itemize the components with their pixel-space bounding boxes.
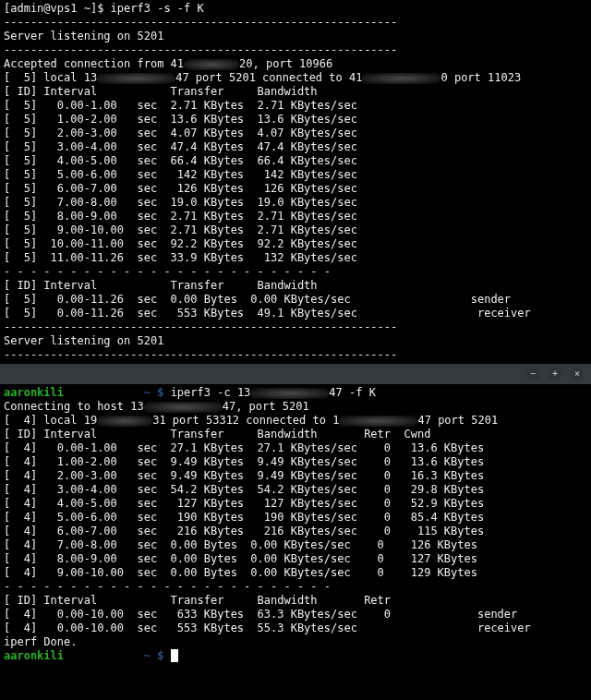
table-row: [ 4] 1.00-2.00 sec 9.49 KBytes 9.49 KByt… bbox=[4, 455, 531, 468]
summary-row: [ 4] 0.00-10.00 sec 553 KBytes 55.3 KByt… bbox=[4, 622, 531, 634]
window-titlebar: − + × bbox=[0, 364, 591, 384]
divider: ----------------------------------------… bbox=[4, 43, 397, 56]
table-header: [ ID] Interval Transfer Bandwidth Retr C… bbox=[4, 428, 430, 441]
client-terminal[interactable]: aaronkili ~ $ iperf3 -c 1347 -f K Connec… bbox=[0, 384, 591, 665]
table-row: [ 4] 4.00-5.00 sec 127 KBytes 127 KBytes… bbox=[4, 497, 531, 510]
table-row: [ 5] 11.00-11.26 sec 33.9 KBytes 132 KBy… bbox=[4, 251, 477, 264]
summary-row: [ 5] 0.00-11.26 sec 553 KBytes 49.1 KByt… bbox=[4, 307, 531, 320]
redacted-ip bbox=[144, 402, 223, 413]
divider: ----------------------------------------… bbox=[4, 320, 397, 333]
accepted-line: Accepted connection from 4120, port 1096… bbox=[4, 57, 332, 70]
close-icon[interactable]: × bbox=[571, 368, 584, 380]
table-row: [ 4] 7.00-8.00 sec 0.00 Bytes 0.00 KByte… bbox=[4, 538, 525, 551]
table-row: [ 5] 6.00-7.00 sec 126 KBytes 126 KBytes… bbox=[4, 182, 477, 195]
table-row: [ 4] 8.00-9.00 sec 0.00 Bytes 0.00 KByte… bbox=[4, 552, 525, 565]
table-header: [ ID] Interval Transfer Bandwidth bbox=[4, 279, 318, 292]
table-row: [ 5] 0.00-1.00 sec 2.71 KBytes 2.71 KByt… bbox=[4, 99, 477, 112]
table-row: [ 5] 10.00-11.00 sec 92.2 KBytes 92.2 KB… bbox=[4, 237, 477, 250]
table-row: [ 5] 1.00-2.00 sec 13.6 KBytes 13.6 KByt… bbox=[4, 113, 477, 126]
prompt-path: ~ $ bbox=[138, 386, 171, 399]
table-row: [ 4] 3.00-4.00 sec 54.2 KBytes 54.2 KByt… bbox=[4, 483, 531, 496]
redacted-ip bbox=[339, 416, 417, 427]
done-line: iperf Done. bbox=[4, 635, 77, 648]
local-line: [ 4] local 1931 port 53312 connected to … bbox=[4, 414, 498, 427]
table-row: [ 5] 7.00-8.00 sec 19.0 KBytes 19.0 KByt… bbox=[4, 196, 477, 209]
server-listening: Server listening on 5201 bbox=[4, 334, 163, 347]
server-prompt-line: [admin@vps1 ~]$ iperf3 -s -f K bbox=[4, 2, 204, 15]
redacted-ip bbox=[97, 73, 175, 84]
separator: - - - - - - - - - - - - - - - - - - - - … bbox=[4, 580, 331, 593]
table-row: [ 5] 2.00-3.00 sec 4.07 KBytes 4.07 KByt… bbox=[4, 127, 477, 139]
redacted-ip bbox=[184, 59, 239, 70]
redacted-ip bbox=[97, 416, 152, 427]
redacted-ip bbox=[250, 388, 329, 399]
table-row: [ 4] 2.00-3.00 sec 9.49 KBytes 9.49 KByt… bbox=[4, 469, 531, 482]
divider: ----------------------------------------… bbox=[4, 348, 397, 361]
table-row: [ 4] 6.00-7.00 sec 216 KBytes 216 KBytes… bbox=[4, 525, 531, 537]
client-prompt-line: aaronkili ~ $ iperf3 -c 1347 -f K bbox=[4, 386, 376, 399]
table-row: [ 4] 9.00-10.00 sec 0.00 Bytes 0.00 KByt… bbox=[4, 566, 525, 579]
summary-row: [ 4] 0.00-10.00 sec 633 KBytes 63.3 KByt… bbox=[4, 608, 517, 621]
table-header: [ ID] Interval Transfer Bandwidth bbox=[4, 85, 318, 98]
table-row: [ 5] 8.00-9.00 sec 2.71 KBytes 2.71 KByt… bbox=[4, 210, 477, 223]
server-listening: Server listening on 5201 bbox=[4, 30, 163, 42]
summary-row: [ 5] 0.00-11.26 sec 0.00 Bytes 0.00 KByt… bbox=[4, 293, 511, 306]
prompt-user: aaronkili bbox=[4, 386, 64, 399]
local-line: [ 5] local 1347 port 5201 connected to 4… bbox=[4, 71, 521, 84]
client-command: iperf3 -c 1347 -f K bbox=[171, 386, 376, 399]
client-prompt-line: aaronkili ~ $ bbox=[4, 649, 178, 662]
redacted-ip bbox=[362, 73, 440, 84]
separator: - - - - - - - - - - - - - - - - - - - - … bbox=[4, 265, 331, 278]
table-row: [ 5] 4.00-5.00 sec 66.4 KBytes 66.4 KByt… bbox=[4, 154, 477, 167]
table-row: [ 4] 5.00-6.00 sec 190 KBytes 190 KBytes… bbox=[4, 511, 531, 524]
table-row: [ 4] 0.00-1.00 sec 27.1 KBytes 27.1 KByt… bbox=[4, 441, 531, 454]
server-terminal[interactable]: [admin@vps1 ~]$ iperf3 -s -f K ---------… bbox=[0, 0, 591, 364]
divider: ----------------------------------------… bbox=[4, 16, 397, 29]
cursor-icon bbox=[171, 649, 178, 662]
prompt-path: ~ $ bbox=[138, 649, 171, 662]
prompt-user: aaronkili bbox=[4, 649, 64, 662]
table-row: [ 5] 9.00-10.00 sec 2.71 KBytes 2.71 KBy… bbox=[4, 223, 477, 236]
maximize-icon[interactable]: + bbox=[549, 368, 561, 380]
connecting-line: Connecting to host 1347, port 5201 bbox=[4, 400, 309, 413]
table-header: [ ID] Interval Transfer Bandwidth Retr bbox=[4, 594, 391, 607]
table-row: [ 5] 5.00-6.00 sec 142 KBytes 142 KBytes… bbox=[4, 168, 477, 181]
table-row: [ 5] 3.00-4.00 sec 47.4 KBytes 47.4 KByt… bbox=[4, 140, 477, 153]
minimize-icon[interactable]: − bbox=[526, 368, 539, 380]
